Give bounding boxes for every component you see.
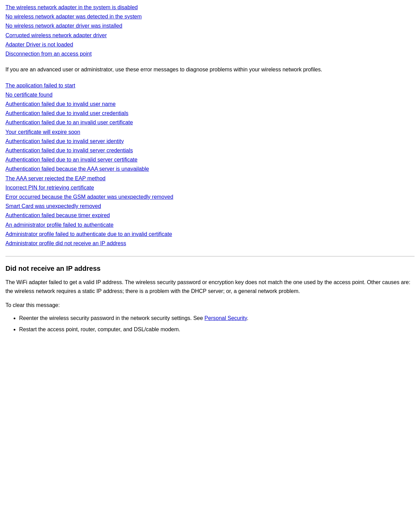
link-invalid-server-credentials[interactable]: Authentication failed due to invalid ser…: [5, 146, 415, 155]
section-title: Did not receive an IP address: [5, 265, 415, 273]
link-cert-expire[interactable]: Your certificate will expire soon: [5, 127, 415, 137]
error-link-list: The application failed to startNo certif…: [5, 81, 415, 248]
link-app-failed[interactable]: The application failed to start: [5, 81, 415, 90]
link-invalid-credentials[interactable]: Authentication failed due to invalid use…: [5, 109, 415, 118]
section-divider: [5, 256, 415, 256]
link-driver-not-loaded[interactable]: Adapter Driver is not loaded: [5, 40, 415, 49]
link-admin-profile-failed[interactable]: An administrator profile failed to authe…: [5, 220, 415, 229]
link-adapter-disabled[interactable]: The wireless network adapter in the syst…: [5, 3, 415, 12]
link-incorrect-pin[interactable]: Incorrect PIN for retrieving certificate: [5, 183, 415, 192]
link-smartcard-removed[interactable]: Smart Card was unexpectedly removed: [5, 201, 415, 211]
to-clear-label: To clear this message:: [5, 301, 415, 310]
link-gsm-removed[interactable]: Error occurred because the GSM adapter w…: [5, 192, 415, 201]
link-corrupted-driver[interactable]: Corrupted wireless network adapter drive…: [5, 31, 415, 40]
section-body: The WiFi adapter failed to get a valid I…: [5, 278, 415, 295]
personal-security-link[interactable]: Personal Security: [204, 315, 247, 321]
link-no-cert[interactable]: No certificate found: [5, 90, 415, 99]
link-adapter-not-detected[interactable]: No wireless network adapter was detected…: [5, 12, 415, 21]
link-timer-expired[interactable]: Authentication failed because timer expi…: [5, 211, 415, 220]
link-invalid-username[interactable]: Authentication failed due to invalid use…: [5, 99, 415, 109]
link-invalid-server-identity[interactable]: Authentication failed due to invalid ser…: [5, 137, 415, 146]
intro-text: If you are an advanced user or administr…: [5, 65, 415, 74]
link-aaa-unavailable[interactable]: Authentication failed because the AAA se…: [5, 164, 415, 173]
bullet-item-0: Reenter the wireless security password i…: [19, 314, 415, 323]
link-admin-invalid-cert[interactable]: Administrator profile failed to authenti…: [5, 229, 415, 239]
nav-link-list: The wireless network adapter in the syst…: [5, 3, 415, 58]
link-no-driver-installed[interactable]: No wireless network adapter driver was i…: [5, 21, 415, 30]
bullet-item-1: Restart the access point, router, comput…: [19, 325, 415, 334]
link-disconnection[interactable]: Disconnection from an access point: [5, 49, 415, 58]
link-invalid-user-cert[interactable]: Authentication failed due to an invalid …: [5, 118, 415, 127]
bullet-list: Reenter the wireless security password i…: [5, 314, 415, 334]
link-aaa-rejected-eap[interactable]: The AAA server rejected the EAP method: [5, 174, 415, 183]
link-admin-no-ip[interactable]: Administrator profile did not receive an…: [5, 239, 415, 248]
link-invalid-server-cert[interactable]: Authentication failed due to an invalid …: [5, 155, 415, 164]
